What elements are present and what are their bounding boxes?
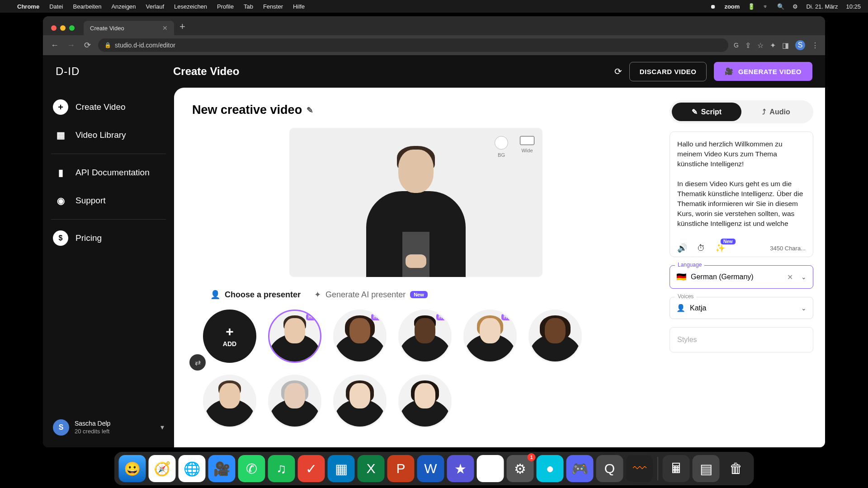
hq-badge: HQ <box>306 314 317 320</box>
record-icon[interactable]: ⏺ <box>710 3 716 10</box>
window-close-icon[interactable] <box>51 25 57 31</box>
dock-zoom[interactable]: 🎥 <box>208 455 236 482</box>
aspect-wide-toggle[interactable]: Wide <box>520 136 534 158</box>
discard-video-button[interactable]: DISCARD VIDEO <box>629 62 707 81</box>
presenter-avatar[interactable]: HQ <box>463 310 517 363</box>
add-presenter-button[interactable]: + ADD <box>203 310 256 363</box>
sidebar-item-label: Support <box>75 196 106 206</box>
dock-app-1[interactable]: ● <box>537 455 564 482</box>
browser-menu-icon[interactable]: ⋮ <box>811 41 819 50</box>
window-maximize-icon[interactable] <box>69 25 75 31</box>
clear-icon[interactable]: ✕ <box>787 273 793 282</box>
dock-whatsapp[interactable]: ✆ <box>238 455 265 482</box>
styles-select[interactable]: Styles <box>670 327 813 352</box>
presenter-avatar[interactable]: HQ <box>268 310 321 363</box>
menu-tab[interactable]: Tab <box>244 3 253 10</box>
window-minimize-icon[interactable] <box>60 25 66 31</box>
dock-trello[interactable]: ▦ <box>328 455 355 482</box>
dock-imovie[interactable]: ★ <box>447 455 474 482</box>
menubar-app-name[interactable]: Chrome <box>17 3 39 10</box>
menu-lesezeichen[interactable]: Lesezeichen <box>174 3 207 10</box>
dock-settings[interactable]: ⚙1 <box>507 455 534 482</box>
dock-safari[interactable]: 🧭 <box>149 455 176 482</box>
tab-close-icon[interactable]: ✕ <box>162 24 168 32</box>
menubar-time[interactable]: 10:25 <box>846 3 861 10</box>
dock-drive[interactable]: ▲ <box>477 455 504 482</box>
sidebar-item-api-docs[interactable]: ▮ API Documentation <box>47 159 170 187</box>
timer-icon[interactable]: ⏱ <box>697 244 705 253</box>
menu-profile[interactable]: Profile <box>217 3 234 10</box>
profile-avatar[interactable]: S <box>795 40 805 50</box>
search-icon[interactable]: 🔍 <box>777 3 784 10</box>
dock-quicktime[interactable]: Q <box>596 455 623 482</box>
sidebar-item-video-library[interactable]: ▦ Video Library <box>47 121 170 149</box>
url-field[interactable]: 🔒 studio.d-id.com/editor <box>98 38 728 52</box>
browser-tab[interactable]: Create Video ✕ <box>84 21 174 35</box>
dock-trash[interactable]: 🗑 <box>722 455 750 482</box>
sidepanel-icon[interactable]: ◨ <box>782 41 789 50</box>
brand-logo[interactable]: D-ID <box>56 65 164 78</box>
menu-datei[interactable]: Datei <box>49 3 63 10</box>
share-icon[interactable]: ⇪ <box>745 41 751 50</box>
character-count: 3450 Chara... <box>770 245 806 252</box>
menu-fenster[interactable]: Fenster <box>263 3 283 10</box>
nav-reload-icon[interactable]: ⟳ <box>82 40 93 50</box>
presenter-avatar[interactable] <box>528 310 582 363</box>
sidebar-item-create-video[interactable]: + Create Video <box>47 93 170 121</box>
presenter-avatar[interactable] <box>398 375 452 428</box>
speaker-icon[interactable]: 🔊 <box>677 243 687 253</box>
bookmark-icon[interactable]: ☆ <box>757 41 764 50</box>
dock-calculator[interactable]: 🖩 <box>663 455 690 482</box>
dock-chrome[interactable]: 🌐 <box>179 455 206 482</box>
presenter-avatar[interactable] <box>333 375 387 428</box>
menu-anzeigen[interactable]: Anzeigen <box>111 3 136 10</box>
generate-video-button[interactable]: 🎥 GENERATE VIDEO <box>714 62 812 81</box>
sidebar-item-pricing[interactable]: $ Pricing <box>47 224 170 252</box>
menu-verlauf[interactable]: Verlauf <box>146 3 164 10</box>
background-toggle[interactable]: BG <box>495 136 508 158</box>
presenter-avatar[interactable]: HQ <box>333 310 387 363</box>
browser-window: Create Video ✕ + ← → ⟳ 🔒 studio.d-id.com… <box>43 16 825 447</box>
menu-hilfe[interactable]: Hilfe <box>293 3 305 10</box>
dock-finder[interactable]: 😀 <box>119 455 146 482</box>
dock-spotify[interactable]: ♫ <box>268 455 295 482</box>
dock-launchpad[interactable]: ▤ <box>693 455 720 482</box>
magic-icon[interactable]: ✨ <box>715 243 725 253</box>
plus-icon: + <box>53 99 68 115</box>
video-title-row[interactable]: New creative video ✎ <box>192 103 640 117</box>
wifi-icon[interactable]: ᯤ <box>763 3 769 10</box>
dock-excel[interactable]: X <box>358 455 385 482</box>
menu-bearbeiten[interactable]: Bearbeiten <box>73 3 101 10</box>
presenter-avatar[interactable] <box>203 375 256 428</box>
dock-separator <box>658 457 658 480</box>
control-center-icon[interactable]: ⚙ <box>793 3 798 10</box>
tab-generate-presenter[interactable]: ✦ Generate AI presenter New <box>314 290 428 300</box>
presenter-avatar[interactable]: HQ <box>398 310 452 363</box>
sidebar-item-support[interactable]: ◉ Support <box>47 187 170 215</box>
dock-audio[interactable]: 〰 <box>626 455 653 482</box>
sparkle-icon: ✦ <box>314 290 321 300</box>
tab-audio[interactable]: ⤴ Audio <box>741 103 811 121</box>
new-tab-button[interactable]: + <box>174 21 191 35</box>
script-textarea[interactable]: Hallo und herzlich Willkommen zu meinem … <box>677 139 806 239</box>
dock-todoist[interactable]: ✓ <box>298 455 325 482</box>
google-lens-icon[interactable]: G <box>734 42 739 49</box>
voice-select[interactable]: 👤 Katja ⌄ <box>670 297 813 319</box>
battery-icon[interactable]: 🔋 <box>748 3 755 10</box>
presenter-avatar[interactable] <box>268 375 321 428</box>
menubar-date[interactable]: Di. 21. März <box>806 3 838 10</box>
tab-script[interactable]: ✎ Script <box>672 103 741 121</box>
language-select[interactable]: 🇩🇪 German (Germany) ✕ ⌄ <box>670 265 813 289</box>
nav-back-icon[interactable]: ← <box>49 41 60 50</box>
tab-choose-presenter[interactable]: 👤 Choose a presenter <box>210 290 301 300</box>
dock-powerpoint[interactable]: P <box>387 455 415 482</box>
zoom-status[interactable]: zoom <box>724 3 740 10</box>
extensions-icon[interactable]: ✦ <box>770 41 776 50</box>
sidebar-collapse-button[interactable]: ⇄ <box>189 354 206 371</box>
dock-discord[interactable]: 🎮 <box>566 455 594 482</box>
edit-icon[interactable]: ✎ <box>307 105 313 115</box>
chevron-down-icon: ▾ <box>160 423 164 432</box>
refresh-icon[interactable]: ⟳ <box>614 66 622 77</box>
user-account-block[interactable]: S Sascha Delp 20 credits left ▾ <box>47 413 170 442</box>
dock-word[interactable]: W <box>417 455 444 482</box>
